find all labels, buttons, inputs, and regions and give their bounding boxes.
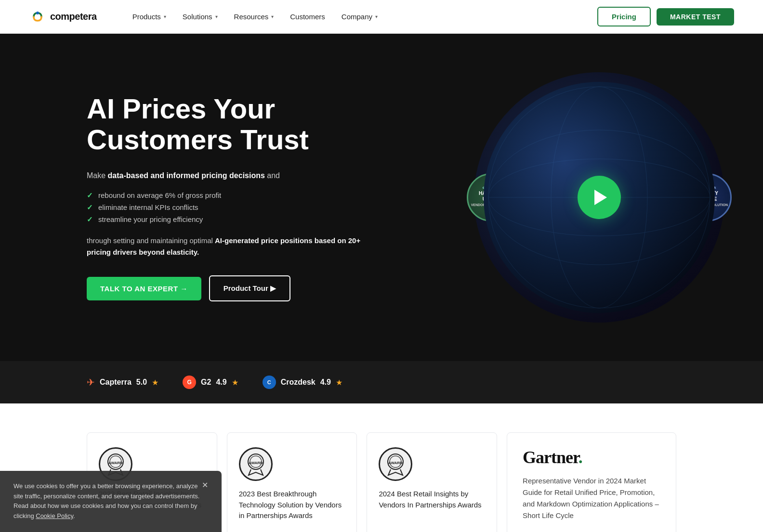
gartner-text: Representative Vendor in 2024 Market Gui… [523, 475, 660, 521]
gartner-card: Gartner. Representative Vendor in 2024 M… [507, 432, 676, 532]
cookie-banner: We use cookies to offer you a better bro… [0, 471, 222, 532]
chevron-down-icon: ▾ [215, 14, 218, 19]
chevron-down-icon: ▾ [271, 14, 274, 19]
capterra-score: 5.0 [136, 378, 147, 387]
crozdesk-label: Crozdesk [281, 378, 316, 387]
cookie-header: We use cookies to offer you a better bro… [13, 481, 208, 521]
award-medal-icon-2: AWARD [244, 452, 268, 476]
crozdesk-icon: C [263, 376, 276, 389]
hero-bullets: rebound on average 6% of gross profit el… [87, 189, 366, 225]
bullet-3: streamline your pricing efficiency [87, 213, 366, 225]
bullet-2: eliminate internal KPIs conflicts [87, 201, 366, 213]
award-badge-2: AWARD [239, 447, 273, 481]
hero-visual: crozdesk HAPPIESTUSERS VENDOR SATISFACTI… [474, 72, 724, 323]
g2-star-icon: ★ [232, 378, 238, 387]
capterra-label: Capterra [100, 378, 132, 387]
nav-links: Products ▾ Solutions ▾ Resources ▾ Custo… [126, 9, 597, 25]
rating-g2: G G2 4.9 ★ [183, 376, 238, 389]
cookie-policy-link[interactable]: Cookie Policy [36, 512, 73, 519]
nav-item-company[interactable]: Company ▾ [335, 9, 384, 25]
nav-item-solutions[interactable]: Solutions ▾ [176, 9, 224, 25]
nav-label-company: Company [342, 13, 372, 21]
nav-item-resources[interactable]: Resources ▾ [227, 9, 281, 25]
svg-point-1 [36, 12, 39, 14]
nav-label-products: Products [132, 13, 161, 21]
capterra-star-icon: ★ [152, 378, 158, 387]
hero-section: AI Prices Your Customers Trust Make data… [0, 34, 763, 361]
capterra-icon: ✈ [87, 376, 95, 388]
cookie-close-button[interactable]: ✕ [202, 481, 208, 489]
globe-inner [484, 82, 715, 313]
award-badge-3: AWARD [379, 447, 412, 481]
gartner-dot: . [579, 448, 582, 467]
chevron-down-icon: ▾ [164, 14, 166, 19]
nav-label-solutions: Solutions [183, 13, 212, 21]
rating-crozdesk: C Crozdesk 4.9 ★ [263, 376, 342, 389]
award-card-3: AWARD 2024 Best Retail Insights by Vendo… [367, 432, 497, 532]
ratings-bar: ✈ Capterra 5.0 ★ G G2 4.9 ★ C Crozdesk 4… [0, 361, 763, 403]
nav-item-products[interactable]: Products ▾ [126, 9, 173, 25]
talk-to-expert-button[interactable]: TALK TO AN EXPERT → [87, 277, 201, 300]
award-card-text-3: 2024 Best Retail Insights by Vendors In … [379, 489, 485, 510]
crozdesk-star-icon: ★ [336, 378, 342, 387]
crozdesk-score: 4.9 [320, 378, 331, 387]
hero-subtext: through setting and maintaining optimal … [87, 235, 366, 258]
rating-capterra: ✈ Capterra 5.0 ★ [87, 376, 158, 388]
play-triangle-icon [594, 190, 607, 205]
play-button[interactable] [578, 176, 621, 219]
pricing-button[interactable]: Pricing [597, 7, 651, 26]
logo-text: competera [50, 11, 97, 22]
globe-container: crozdesk HAPPIESTUSERS VENDOR SATISFACTI… [474, 72, 724, 323]
hero-content: AI Prices Your Customers Trust Make data… [87, 93, 366, 301]
g2-icon: G [183, 376, 196, 389]
hero-description: Make data-based and informed pricing dec… [87, 169, 366, 182]
nav-label-resources: Resources [234, 13, 269, 21]
svg-text:AWARD: AWARD [249, 461, 263, 465]
hero-buttons: TALK TO AN EXPERT → Product Tour ▶ [87, 275, 366, 301]
logo-icon [29, 8, 46, 26]
award-card-text-2: 2023 Best Breakthrough Technology Soluti… [239, 489, 345, 521]
product-tour-button[interactable]: Product Tour ▶ [209, 275, 290, 301]
nav-label-customers: Customers [290, 13, 325, 21]
cookie-text: We use cookies to offer you a better bro… [13, 481, 202, 521]
bullet-1: rebound on average 6% of gross profit [87, 189, 366, 201]
logo-link[interactable]: competera [29, 8, 97, 26]
gartner-logo: Gartner. [523, 447, 660, 467]
award-medal-icon-3: AWARD [383, 452, 408, 476]
nav-item-customers[interactable]: Customers [283, 9, 332, 25]
hero-title: AI Prices Your Customers Trust [87, 93, 366, 155]
g2-label: G2 [201, 378, 211, 387]
svg-text:AWARD: AWARD [389, 461, 403, 465]
navbar: competera Products ▾ Solutions ▾ Resourc… [0, 0, 763, 34]
award-card-2: AWARD 2023 Best Breakthrough Technology … [227, 432, 357, 532]
chevron-down-icon: ▾ [375, 14, 378, 19]
market-test-button[interactable]: MARKET TEST [657, 8, 734, 26]
svg-text:AWARD: AWARD [108, 461, 123, 465]
nav-right: Pricing MARKET TEST [597, 7, 734, 26]
svg-point-0 [29, 8, 46, 26]
g2-score: 4.9 [216, 378, 226, 387]
